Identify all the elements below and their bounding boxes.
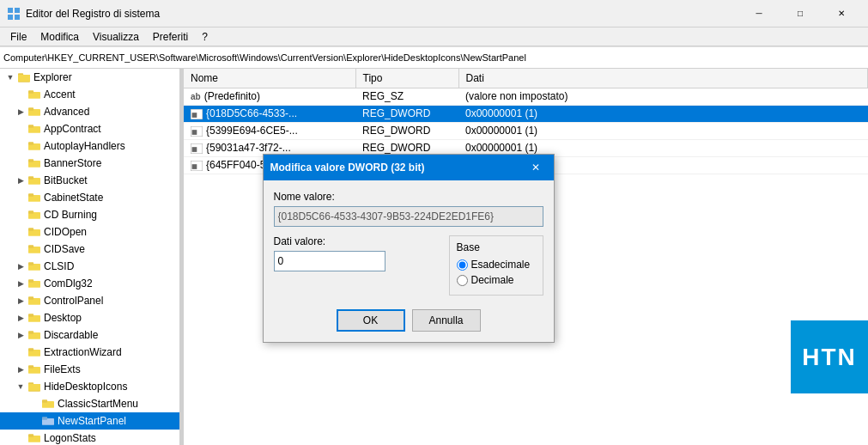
tree-label: LogonStats	[44, 432, 96, 444]
tree-item-bitbucket[interactable]: ▶ BitBucket	[0, 172, 179, 189]
decimale-label[interactable]: Decimale	[471, 274, 514, 286]
table-row[interactable]: ▦ {018D5C66-4533-... REG_DWORD 0x0000000…	[184, 105, 868, 122]
tree-item-bannerstore[interactable]: ▶ BannerStore	[0, 155, 179, 172]
tree-item-cidopen[interactable]: ▶ CIDOpen	[0, 223, 179, 241]
ok-button[interactable]: OK	[337, 309, 405, 332]
cell-dati: (valore non impostato)	[458, 88, 868, 105]
ab-icon: ab	[191, 92, 201, 101]
menu-preferiti[interactable]: Preferiti	[146, 27, 195, 46]
tree-item-logonstats[interactable]: ▶ LogonStats	[0, 430, 179, 445]
tree-item-autoplayhandlers[interactable]: ▶ AutoplayHandlers	[0, 137, 179, 155]
tree-toggle-desktop: ▶	[14, 311, 27, 325]
svg-rect-3	[15, 15, 20, 20]
folder-icon	[27, 105, 41, 119]
dialog-title-bar: Modifica valore DWORD (32 bit) ✕	[264, 155, 554, 180]
menu-file[interactable]: File	[3, 27, 33, 46]
tree-label: CabinetState	[44, 192, 103, 204]
menu-help[interactable]: ?	[195, 27, 215, 46]
minimize-button[interactable]: ─	[739, 0, 779, 27]
folder-icon	[27, 345, 41, 359]
folder-icon	[27, 294, 41, 308]
base-section: Base Esadecimale Decimale	[449, 235, 543, 296]
svg-rect-12	[28, 125, 33, 128]
folder-open-icon	[27, 380, 41, 393]
tree-label: CD Burning	[44, 209, 97, 221]
svg-rect-0	[8, 8, 13, 13]
esadecimale-label[interactable]: Esadecimale	[471, 259, 531, 271]
decimale-radio[interactable]	[457, 275, 468, 286]
folder-icon	[27, 174, 41, 187]
folder-icon	[27, 122, 41, 136]
nome-valore-input[interactable]	[274, 206, 543, 227]
svg-rect-16	[28, 159, 33, 162]
svg-rect-22	[28, 210, 33, 214]
folder-icon	[27, 328, 41, 342]
tree-toggle: ▼	[3, 70, 17, 84]
svg-text:▦: ▦	[191, 146, 197, 152]
tree-label: HideDesktopIcons	[44, 381, 127, 393]
folder-icon	[27, 208, 41, 222]
close-button[interactable]: ✕	[822, 0, 861, 27]
tree-item-newstartpanel[interactable]: ▶ NewStartPanel	[0, 412, 179, 430]
svg-rect-32	[28, 296, 33, 300]
tree-item-classicstartmenu[interactable]: ▶ ClassicStartMenu	[0, 395, 179, 412]
tree-item-hidedesktopicons[interactable]: ▼ HideDesktopIcons	[0, 378, 179, 395]
tree-toggle-comdlg32: ▶	[14, 277, 27, 290]
decimale-row: Decimale	[457, 274, 536, 286]
tree-label: AutoplayHandlers	[44, 140, 125, 152]
folder-icon	[27, 88, 41, 101]
base-label: Base	[457, 241, 536, 253]
dword-dialog: Modifica valore DWORD (32 bit) ✕ Nome va…	[263, 154, 555, 343]
tree-item-controlpanel[interactable]: ▶ ControlPanel	[0, 292, 179, 309]
maximize-button[interactable]: □	[780, 0, 820, 27]
tree-item-cidsave[interactable]: ▶ CIDSave	[0, 241, 179, 258]
tree-item-extractionwizard[interactable]: ▶ ExtractionWizard	[0, 344, 179, 361]
tree-item-desktop[interactable]: ▶ Desktop	[0, 309, 179, 326]
dword-icon: ▦	[191, 109, 203, 119]
tree-toggle-advanced: ▶	[14, 105, 27, 119]
dialog-body: Nome valore: Dati valore: Base Esadecima…	[264, 180, 554, 302]
col-tipo[interactable]: Tipo	[355, 69, 458, 88]
tree-item-explorer[interactable]: ▼ Explorer	[0, 69, 179, 86]
col-dati[interactable]: Dati	[458, 69, 868, 88]
tree-item-cabinetstate[interactable]: ▶ CabinetState	[0, 189, 179, 206]
svg-rect-38	[28, 348, 33, 351]
tree-item-advanced[interactable]: ▶ Advanced	[0, 103, 179, 120]
svg-rect-8	[28, 90, 33, 94]
tree-label: ExtractionWizard	[44, 346, 122, 358]
tree-item-accent[interactable]: ▶ Accent	[0, 86, 179, 103]
table-row[interactable]: ab(Predefinito) REG_SZ (valore non impos…	[184, 88, 868, 105]
svg-rect-30	[28, 279, 33, 283]
dword-icon: ▦	[191, 143, 203, 154]
dati-valore-label: Dati valore:	[274, 235, 439, 247]
dialog-close-button[interactable]: ✕	[525, 158, 547, 177]
table-row[interactable]: ▦ {5399E694-6CE5-... REG_DWORD 0x0000000…	[184, 122, 868, 139]
folder-icon	[27, 242, 41, 256]
svg-rect-34	[28, 314, 33, 317]
menu-visualizza[interactable]: Visualizza	[86, 27, 146, 46]
tree-item-appcontract[interactable]: ▶ AppContract	[0, 120, 179, 137]
tree-label: CIDSave	[44, 243, 85, 255]
cell-tipo: REG_SZ	[355, 88, 458, 105]
svg-rect-24	[28, 228, 33, 231]
dati-valore-input[interactable]	[274, 251, 385, 271]
tree-item-cdburning[interactable]: ▶ CD Burning	[0, 206, 179, 223]
esadecimale-radio[interactable]	[457, 259, 468, 271]
svg-text:▦: ▦	[191, 112, 197, 118]
tree-item-clsid[interactable]: ▶ CLSID	[0, 258, 179, 275]
annulla-button[interactable]: Annulla	[412, 309, 481, 332]
tree-label: CLSID	[44, 260, 74, 272]
tree-item-fileexts[interactable]: ▶ FileExts	[0, 361, 179, 378]
svg-text:▦: ▦	[191, 129, 197, 135]
menu-modifica[interactable]: Modifica	[33, 27, 86, 46]
svg-rect-10	[28, 107, 33, 111]
cell-nome: ▦ {5399E694-6CE5-...	[184, 122, 355, 139]
cell-dati: 0x00000001 (1)	[458, 105, 868, 122]
col-nome[interactable]: Nome	[184, 69, 355, 88]
tree-toggle-discardable: ▶	[14, 328, 27, 342]
tree-item-comdlg32[interactable]: ▶ ComDlg32	[0, 275, 179, 292]
tree-label: ClassicStartMenu	[58, 398, 138, 410]
tree-label: Desktop	[44, 312, 82, 324]
htn-text: HTN	[802, 344, 857, 371]
tree-item-discardable[interactable]: ▶ Discardable	[0, 326, 179, 344]
